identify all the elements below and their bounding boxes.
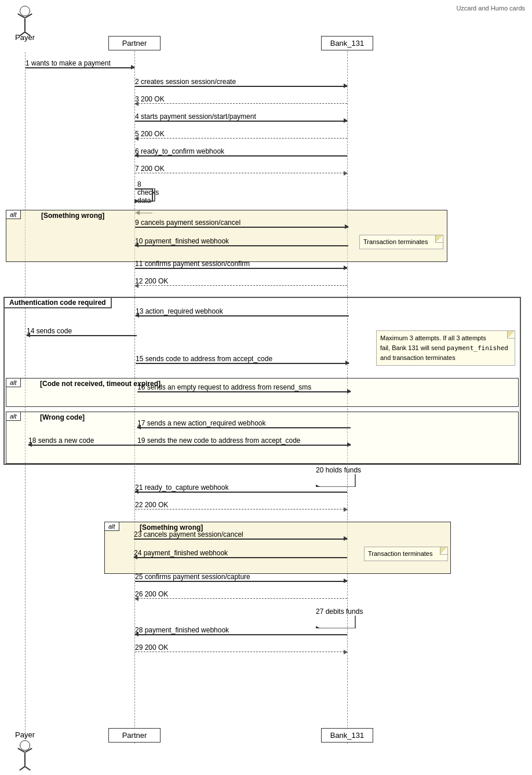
msg-15-arrow [345, 361, 349, 365]
msg-10-line [135, 245, 348, 246]
msg-23: 23 cancels payment session/cancel [134, 539, 347, 540]
msg-16: 16 sends an empty request to address fro… [137, 391, 351, 392]
msg-23-arrow [344, 536, 348, 541]
msg-24-arrow [133, 555, 137, 559]
msg-1-line [25, 67, 134, 68]
msg-5-line [135, 138, 347, 139]
auth-fragment-label: Authentication code required [5, 298, 112, 308]
msg-17-arrow [137, 425, 141, 430]
msg-22-arrow [344, 507, 348, 512]
msg-22-text: 22 200 OK [135, 501, 168, 509]
alt-condition-1: [Something wrong] [41, 212, 104, 220]
alt-label-wrong-code: alt [6, 412, 21, 421]
msg-2: 2 creates session session/create [135, 86, 347, 87]
msg-6-line [135, 155, 347, 157]
alt-label-2: alt [105, 522, 119, 531]
alt-box-code-not-received: alt [Code not received, timeout expired]… [6, 378, 519, 407]
msg-21-text: 21 ready_to_capture webhook [135, 483, 228, 492]
alt-label-1: alt [6, 210, 21, 219]
bank-top-box: Bank_131 [321, 36, 373, 50]
msg-9-text: 9 cancels payment session/cancel [135, 219, 241, 227]
msg-21: 21 ready_to_capture webhook [135, 492, 347, 493]
msg-6: 6 ready_to_confirm webhook [135, 155, 347, 157]
payer-bottom-label: Payer [10, 730, 39, 739]
msg-17-line [137, 427, 351, 428]
msg-17: 17 sends a new action_required webhook [137, 427, 351, 428]
msg-6-arrow [134, 153, 139, 158]
msg-22: 22 200 OK [135, 509, 347, 510]
msg-23-line [134, 539, 347, 540]
msg-11-arrow [344, 265, 348, 270]
msg-25-arrow [344, 578, 348, 583]
msg-27-svg [316, 616, 356, 628]
msg-24: 24 payment_finished webhook [134, 557, 347, 558]
msg-18-text: 18 sends a new code [28, 436, 94, 445]
msg-3-text: 3 200 OK [135, 95, 165, 103]
msg-26-text: 26 200 OK [135, 590, 168, 598]
msg-10-arrow [134, 243, 139, 248]
payer-top-label: Payer [10, 33, 39, 42]
alt-label-code-not-received: alt [6, 379, 21, 387]
msg-29-line [135, 652, 347, 652]
alt-box-2: alt [Something wrong] 23 cancels payment… [104, 522, 451, 574]
msg-22-line [135, 509, 347, 510]
bank-bottom-box: Bank_131 [321, 728, 373, 743]
msg-14-arrow [26, 333, 30, 337]
msg-26-arrow [134, 596, 139, 601]
msg-14: 14 sends code [27, 335, 137, 336]
bank-top-label: Bank_131 [330, 39, 365, 48]
msg-15-text: 15 sends code to address from accept_cod… [136, 355, 272, 363]
payer-bottom-figure: Payer [10, 729, 39, 766]
msg-27-text: 27 debits funds [316, 607, 363, 616]
msg-2-text: 2 creates session session/create [135, 78, 236, 86]
msg-7-text: 7 200 OK [135, 165, 165, 173]
msg-9: 9 cancels payment session/cancel [135, 227, 348, 228]
msg-21-arrow [134, 489, 139, 494]
msg-13: 13 action_required webhook [136, 315, 349, 316]
svg-marker-3 [134, 199, 139, 203]
msg-19: 19 sends the new code to address from ac… [137, 445, 351, 446]
msg-11-text: 11 confirms payment session/confirm [135, 260, 250, 268]
msg-3-line [135, 103, 347, 104]
msg-4: 4 starts payment session/start/payment [135, 121, 347, 122]
msg-1-text: 1 wants to make a payment [25, 59, 111, 67]
partner-bottom-label: Partner [122, 731, 147, 740]
msg-3-arrow [134, 101, 139, 106]
msg-20-svg [316, 474, 356, 487]
watermark: Uzcard and Humo cards [456, 5, 525, 12]
msg-11: 11 confirms payment session/confirm [135, 268, 347, 269]
msg-5-arrow [134, 136, 139, 141]
msg-28-line [135, 634, 347, 635]
msg-25-text: 25 confirms payment session/capture [135, 573, 250, 581]
msg-28: 28 payment_finished webhook [135, 634, 347, 635]
alt-box-1: alt [Something wrong] 9 cancels payment … [6, 210, 447, 262]
msg-10-text: 10 payment_finished webhook [135, 237, 229, 245]
msg-14-line [27, 335, 137, 336]
msg-16-text: 16 sends an empty request to address fro… [137, 383, 311, 391]
msg-18-line [28, 445, 139, 446]
msg-23-text: 23 cancels payment session/cancel [134, 530, 243, 539]
payer-top-figure: Payer [10, 6, 39, 42]
svg-marker-6 [316, 485, 320, 487]
msg-19-line [137, 445, 351, 446]
msg-10: 10 payment_finished webhook [135, 245, 348, 246]
msg-11-line [135, 268, 347, 269]
msg-24-line [134, 557, 347, 558]
msg-12-line [135, 285, 347, 286]
msg-28-text: 28 payment_finished webhook [135, 626, 229, 634]
msg-5-text: 5 200 OK [135, 130, 165, 138]
msg-1-arrow [131, 65, 135, 70]
msg-7-arrow [344, 171, 348, 176]
msg-13-text: 13 action_required webhook [136, 307, 223, 315]
alt-condition-wrong-code: [Wrong code] [40, 413, 85, 421]
msg-4-arrow [344, 118, 348, 123]
msg-9-line [135, 227, 348, 228]
msg-12-text: 12 200 OK [135, 277, 168, 285]
page-container: Uzcard and Humo cards Payer Partner Ba [0, 0, 532, 775]
msg-29-text: 29 200 OK [135, 643, 168, 652]
msg-7-line [135, 173, 347, 173]
alt-box-wrong-code: alt [Wrong code] 17 sends a new action_r… [6, 412, 519, 464]
msg-29: 29 200 OK [135, 652, 347, 652]
msg-25-line [135, 581, 347, 582]
msg-15-line [136, 363, 349, 364]
